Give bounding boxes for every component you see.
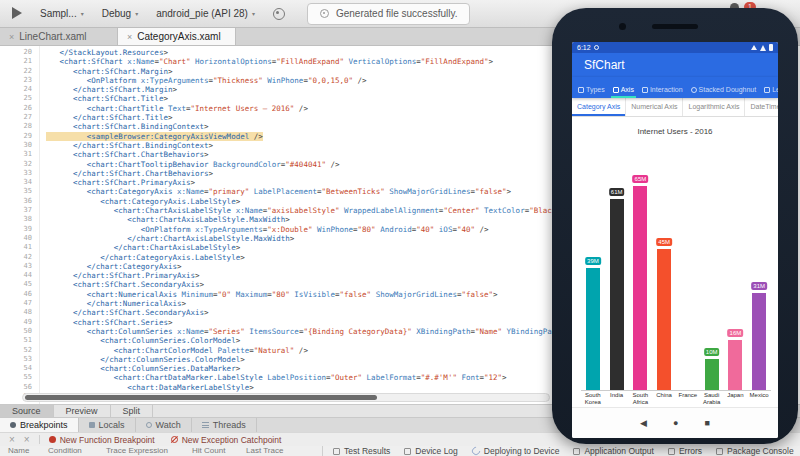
chart-slot: 10M [700,139,724,390]
gear-icon[interactable] [273,8,285,20]
column-header-hit-count[interactable]: Hit Count [184,446,238,456]
camera-dot [619,23,626,30]
line-number: 40 [0,234,39,243]
back-button[interactable]: ◀ [640,408,647,438]
editor-tab-linechart-xaml[interactable]: ×LineChart.xaml [0,28,118,45]
chart-slot: 39M [581,139,605,390]
build-status-icon [320,9,329,18]
recents-button[interactable]: ■ [704,408,709,438]
bottom-row: NameConditionTrace ExpressionHit CountLa… [0,446,800,456]
status-test-results[interactable]: Test Results [333,446,390,456]
column-header-last-trace[interactable]: Last Trace [238,446,300,456]
column-header-condition[interactable]: Condition [40,446,98,456]
status-label: Test Results [344,446,390,456]
pad-tab-label: Breakpoints [20,420,68,430]
status-errors[interactable]: Errors [668,446,702,456]
legend-icon [764,87,770,93]
status-label: Package Console [727,446,794,456]
separator [39,435,40,444]
view-source-button[interactable]: Source [0,405,54,417]
line-number: 55 [0,373,39,382]
chevron-down-icon: ▾ [252,10,255,17]
configuration-dropdown[interactable]: Sampl... ▾ [40,8,84,19]
app-tab-stacked-doughnut[interactable]: Stacked Doughnut [687,86,761,98]
status-bar: Test ResultsDevice LogDeploying to Devic… [322,446,800,456]
close-tab-icon[interactable]: × [9,32,14,42]
line-number: 42 [0,253,39,262]
view-preview-button[interactable]: Preview [54,405,111,417]
app-subtab-datetime-axis[interactable]: DateTime Axis [745,98,778,116]
line-number: 20 [0,48,39,57]
editor-gutter: 2021222324252627282930313233343536373839… [0,46,40,404]
app-tab-axis[interactable]: Axis [609,86,638,98]
app-tab-label: Axis [621,86,634,93]
pad-tab-locals[interactable]: Locals [79,418,136,432]
home-button[interactable]: ● [673,408,678,438]
category-label-south-korea: South Korea [581,392,605,406]
view-split-button[interactable]: Split [111,405,154,417]
line-number: 52 [0,346,39,355]
data-label: 39M [585,257,601,265]
chart-bar-india[interactable]: 61M [610,199,624,390]
app-subtab-numerical-axis[interactable]: Numerical Axis [626,98,683,116]
status-package-console[interactable]: Package Console [716,446,794,456]
run-button[interactable] [12,5,22,23]
tab-label: LineChart.xaml [19,31,86,42]
stacked-doughnut-icon [691,87,697,93]
app-tab-interaction[interactable]: Interaction [638,86,687,98]
spinner-icon [470,446,481,456]
android-emulator: 6:12 SfChart TypesAxisInteractionStacked… [552,8,798,444]
pad-tab-threads[interactable]: Threads [192,418,257,432]
line-number: 28 [0,122,39,131]
app-tab-label: Legend T [772,86,778,93]
pad-tab-watch[interactable]: Watch [136,418,192,432]
category-label-india: India [605,392,629,406]
chart-bar-china[interactable]: 45M [657,249,671,390]
editor-tab-categoryaxis-xaml[interactable]: ×CategoryAxis.xaml [118,28,236,45]
chart-slot [676,139,700,390]
phone-screen: 6:12 SfChart TypesAxisInteractionStacked… [572,42,778,438]
pad-tab-breakpoints[interactable]: Breakpoints [0,418,79,432]
action-label: New Function Breakpoint [60,435,155,445]
app-subtab-bar: Category AxisNumerical AxisLogarithmic A… [572,98,778,117]
status-deploying-to-device[interactable]: Deploying to Device [472,446,560,456]
chart-bar-saudi-arabia[interactable]: 10M [705,359,719,390]
status-application-output[interactable]: Application Output [573,446,653,456]
settings-gear-icon [594,45,599,50]
phone-status-icons [751,44,773,51]
device-dropdown[interactable]: android_pie (API 28) ▾ [156,8,255,19]
chart-bar-south-korea[interactable]: 39M [586,268,600,390]
android-nav-bar: ◀ ● ■ [572,407,778,438]
device-log-icon [404,448,411,455]
line-number: 33 [0,169,39,178]
app-subtab-logarithmic-axis[interactable]: Logarithmic Axis [683,98,745,116]
app-tab-types[interactable]: Types [574,86,609,98]
category-label-china: China [652,392,676,406]
close-tab-icon[interactable]: × [127,32,132,42]
chart-bar-japan[interactable]: 16M [728,340,742,390]
remove-breakpoint-icon[interactable]: × [9,433,15,446]
app-tab-label: Interaction [650,86,683,93]
scrollbar-thumb[interactable] [25,395,377,400]
chevron-down-icon: ▾ [135,10,138,17]
chart-bar-mexico[interactable]: 31M [752,293,766,390]
column-header-trace-expression[interactable]: Trace Expression [98,446,184,456]
line-number: 49 [0,318,39,327]
line-number: 25 [0,94,39,103]
status-device-log[interactable]: Device Log [404,446,458,456]
chart-bar-south-africa[interactable]: 65M [633,186,647,390]
line-number: 32 [0,160,39,169]
app-subtab-category-axis[interactable]: Category Axis [572,98,626,116]
data-label: 31M [751,282,767,290]
line-number: 22 [0,67,39,76]
app-tab-legend-t[interactable]: Legend T [760,86,778,98]
build-target-dropdown[interactable]: Debug ▾ [102,8,138,19]
remove-all-breakpoints-icon[interactable]: × [24,433,30,446]
column-header-name[interactable]: Name [0,446,40,456]
new-function-breakpoint-button[interactable]: New Function Breakpoint [49,435,155,445]
line-number: 36 [0,197,39,206]
new-exception-catchpoint-button[interactable]: New Exception Catchpoint [171,435,282,445]
data-label: 10M [704,348,720,356]
horizontal-scrollbar[interactable] [22,393,550,402]
category-label-saudi-arabia: Saudi Arabia [700,392,724,406]
